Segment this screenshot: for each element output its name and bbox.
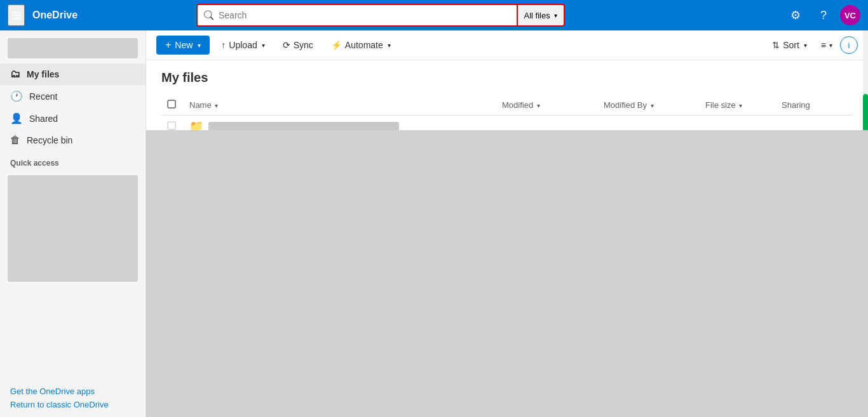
col-header-modified[interactable]: Modified ▾ bbox=[497, 95, 599, 116]
toolbar: + New ▾ ↑ Upload ▾ ⟳ Sync ⚡ Automate ▾ ⇅ bbox=[146, 30, 868, 60]
return-classic-link[interactable]: Return to classic OneDrive bbox=[10, 400, 135, 409]
quick-access-area bbox=[8, 175, 138, 282]
col-header-name[interactable]: Name ▾ bbox=[184, 95, 497, 116]
sidebar-search-placeholder bbox=[8, 38, 138, 58]
search-box bbox=[196, 4, 518, 27]
upload-icon: ↑ bbox=[221, 40, 226, 50]
col-header-file-size[interactable]: File size ▾ bbox=[700, 95, 776, 116]
sidebar-item-label: Recent bbox=[29, 91, 57, 102]
get-apps-link[interactable]: Get the OneDrive apps bbox=[10, 387, 135, 396]
sidebar-item-label: Shared bbox=[29, 114, 58, 124]
shared-icon: 👤 bbox=[10, 112, 23, 124]
automate-icon: ⚡ bbox=[331, 40, 342, 50]
sidebar: 🗂 My files 🕐 Recent 👤 Shared 🗑 Recycle b… bbox=[0, 30, 146, 417]
name-sort-icon: ▾ bbox=[215, 102, 218, 109]
page-title: My files bbox=[161, 70, 853, 85]
view-button[interactable]: ≡ ▾ bbox=[816, 36, 837, 54]
row-name-placeholder bbox=[208, 122, 399, 131]
sort-icon: ⇅ bbox=[772, 40, 780, 50]
sort-button[interactable]: ⇅ Sort ▾ bbox=[766, 36, 813, 54]
recent-icon: 🕐 bbox=[10, 90, 23, 102]
sidebar-item-recycle-bin[interactable]: 🗑 Recycle bin bbox=[0, 129, 146, 151]
sidebar-bottom: Get the OneDrive apps Return to classic … bbox=[0, 379, 146, 417]
col-header-modified-by[interactable]: Modified By ▾ bbox=[599, 95, 700, 116]
avatar-button[interactable]: VC bbox=[840, 5, 860, 25]
my-files-icon: 🗂 bbox=[10, 69, 20, 80]
content-area: + New ▾ ↑ Upload ▾ ⟳ Sync ⚡ Automate ▾ ⇅ bbox=[146, 30, 868, 417]
sidebar-item-shared[interactable]: 👤 Shared bbox=[0, 107, 146, 129]
main-layout: 🗂 My files 🕐 Recent 👤 Shared 🗑 Recycle b… bbox=[0, 30, 868, 417]
new-button[interactable]: + New ▾ bbox=[156, 36, 210, 55]
svg-rect-0 bbox=[168, 100, 175, 108]
automate-chevron-icon: ▾ bbox=[388, 42, 391, 49]
help-button[interactable]: ? bbox=[812, 4, 835, 27]
upload-button[interactable]: ↑ Upload ▾ bbox=[215, 36, 271, 54]
sync-button[interactable]: ⟳ Sync bbox=[276, 36, 320, 54]
sync-icon: ⟳ bbox=[283, 40, 290, 50]
chevron-down-icon: ▾ bbox=[554, 12, 557, 19]
col-header-sharing: Sharing bbox=[776, 95, 853, 116]
recycle-bin-icon: 🗑 bbox=[10, 135, 20, 146]
search-container: All files ▾ bbox=[196, 4, 565, 27]
topbar: ⊞ OneDrive All files ▾ ⚙ ? VC bbox=[0, 0, 868, 30]
sidebar-item-label: My files bbox=[27, 69, 59, 79]
svg-rect-1 bbox=[168, 122, 175, 129]
modified-sort-icon: ▾ bbox=[537, 102, 540, 109]
sort-chevron-icon: ▾ bbox=[804, 42, 807, 49]
waffle-menu-button[interactable]: ⊞ bbox=[8, 4, 25, 26]
col-header-check[interactable] bbox=[161, 95, 184, 116]
topbar-right: ⚙ ? VC bbox=[784, 4, 860, 27]
search-scope-button[interactable]: All files ▾ bbox=[518, 4, 565, 27]
automate-button[interactable]: ⚡ Automate ▾ bbox=[325, 36, 397, 54]
toolbar-right: ⇅ Sort ▾ ≡ ▾ i bbox=[766, 36, 858, 54]
app-logo: OneDrive bbox=[32, 10, 78, 21]
quick-access-title: Quick access bbox=[0, 151, 146, 170]
size-sort-icon: ▾ bbox=[739, 102, 742, 109]
plus-icon: + bbox=[165, 39, 171, 51]
search-input[interactable] bbox=[219, 10, 510, 20]
view-icon: ≡ bbox=[821, 40, 826, 50]
settings-button[interactable]: ⚙ bbox=[784, 4, 807, 27]
sidebar-item-label: Recycle bin bbox=[27, 135, 72, 145]
sidebar-item-my-files[interactable]: 🗂 My files bbox=[0, 63, 146, 85]
sidebar-item-recent[interactable]: 🕐 Recent bbox=[0, 85, 146, 107]
content-overlay bbox=[146, 130, 868, 417]
new-chevron-icon: ▾ bbox=[198, 42, 201, 49]
view-chevron-icon: ▾ bbox=[829, 42, 832, 49]
file-list-area: My files Name ▾ Mo bbox=[146, 60, 868, 417]
info-button[interactable]: i bbox=[840, 36, 858, 54]
upload-chevron-icon: ▾ bbox=[262, 42, 265, 49]
modby-sort-icon: ▾ bbox=[651, 102, 654, 109]
search-icon bbox=[204, 10, 214, 20]
